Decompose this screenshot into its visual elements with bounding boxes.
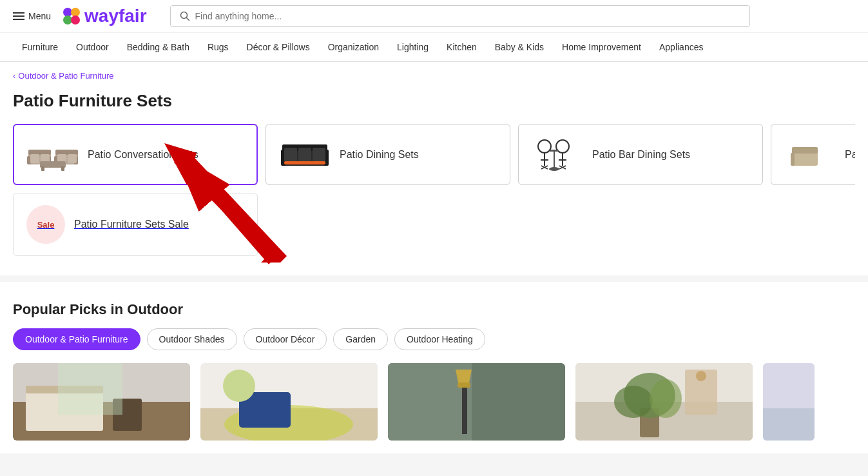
filter-outdoor-decor[interactable]: Outdoor Décor — [244, 328, 327, 350]
category-label-partial: Patio — [845, 149, 855, 161]
nav-furniture[interactable]: Furniture — [13, 33, 67, 61]
svg-rect-20 — [61, 166, 64, 171]
sale-card[interactable]: Sale Patio Furniture Sets Sale — [13, 193, 258, 256]
category-card-partial[interactable]: Patio — [771, 124, 855, 185]
category-card-bar-dining[interactable]: Patio Bar Dining Sets — [518, 124, 763, 185]
breadcrumb-section: ‹ Outdoor & Patio Furniture — [0, 62, 868, 81]
logo[interactable]: wayfair — [61, 6, 147, 26]
svg-rect-14 — [30, 154, 39, 163]
filter-outdoor-patio[interactable]: Outdoor & Patio Furniture — [13, 328, 140, 350]
search-input[interactable] — [195, 11, 740, 21]
search-icon — [180, 11, 190, 21]
main-nav: Furniture Outdoor Bedding & Bath Rugs Dé… — [0, 32, 868, 61]
svg-rect-44 — [791, 153, 795, 166]
svg-point-41 — [549, 167, 559, 171]
category-cards: Patio Conversation Sets Patio Dining — [13, 124, 855, 185]
product-img-visual-3 — [388, 363, 565, 441]
product-img-visual-1 — [13, 363, 190, 441]
filter-outdoor-heating[interactable]: Outdoor Heating — [394, 328, 485, 350]
dining-set-image — [279, 137, 331, 172]
svg-point-3 — [71, 15, 80, 25]
logo-icon — [61, 6, 82, 26]
svg-point-59 — [223, 370, 255, 402]
nav-decor-pillows[interactable]: Décor & Pillows — [238, 33, 319, 61]
svg-rect-64 — [458, 382, 470, 388]
product-card-1[interactable] — [13, 363, 190, 441]
nav-appliances[interactable]: Appliances — [650, 33, 713, 61]
breadcrumb-link[interactable]: ‹ Outdoor & Patio Furniture — [13, 71, 855, 81]
popular-title: Popular Picks in Outdoor — [13, 301, 855, 318]
category-label-conversation: Patio Conversation Sets — [88, 149, 198, 161]
logo-text: wayfair — [84, 6, 147, 26]
filter-outdoor-shades[interactable]: Outdoor Shades — [147, 328, 237, 350]
nav-bedding-bath[interactable]: Bedding & Bath — [118, 33, 198, 61]
category-img-conversation — [27, 137, 79, 172]
sale-label: Patio Furniture Sets Sale — [74, 219, 189, 230]
svg-rect-25 — [284, 148, 297, 162]
product-card-3[interactable] — [388, 363, 565, 441]
menu-label: Menu — [28, 11, 51, 21]
filter-garden[interactable]: Garden — [333, 328, 388, 350]
product-card-5-partial[interactable] — [763, 363, 815, 441]
menu-button[interactable]: Menu — [13, 11, 51, 21]
svg-rect-54 — [58, 363, 122, 415]
product-visual-5 — [763, 363, 815, 441]
category-img-partial — [784, 137, 836, 172]
product-visual-4 — [575, 363, 753, 441]
category-label-bar-dining: Patio Bar Dining Sets — [592, 149, 690, 161]
svg-point-2 — [63, 15, 72, 25]
svg-rect-39 — [550, 150, 559, 152]
category-card-dining[interactable]: Patio Dining Sets — [265, 124, 510, 185]
svg-rect-19 — [41, 166, 44, 171]
category-label-dining: Patio Dining Sets — [340, 149, 419, 161]
nav-organization[interactable]: Organization — [319, 33, 388, 61]
partial-image — [791, 137, 829, 172]
product-image-4 — [575, 363, 753, 441]
breadcrumb-label: Outdoor & Patio Furniture — [18, 71, 113, 81]
product-img-visual-4 — [575, 363, 753, 441]
nav-lighting[interactable]: Lighting — [388, 33, 438, 61]
page-title: Patio Furniture Sets — [13, 91, 855, 111]
main-content: Patio Furniture Sets — [0, 81, 868, 275]
svg-point-0 — [63, 8, 72, 17]
category-img-bar-dining — [532, 137, 583, 172]
product-visual-3 — [388, 363, 565, 441]
product-visual-1 — [13, 363, 190, 441]
product-card-2[interactable] — [200, 363, 378, 441]
nav-kitchen[interactable]: Kitchen — [438, 33, 486, 61]
svg-point-69 — [614, 386, 653, 418]
nav-outdoor[interactable]: Outdoor — [67, 33, 118, 61]
bar-dining-image — [532, 137, 583, 172]
svg-rect-27 — [313, 148, 325, 162]
nav-rugs[interactable]: Rugs — [198, 33, 238, 61]
nav-baby-kids[interactable]: Baby & Kids — [486, 33, 553, 61]
product-image-5-partial — [763, 363, 815, 441]
category-img-dining — [279, 137, 331, 172]
sale-badge: Sale — [26, 205, 65, 244]
product-visual-2 — [200, 363, 378, 441]
svg-rect-28 — [284, 161, 325, 164]
product-image-3 — [388, 363, 565, 441]
category-card-conversation[interactable]: Patio Conversation Sets — [13, 124, 258, 185]
svg-point-1 — [71, 8, 80, 17]
filter-pills: Outdoor & Patio Furniture Outdoor Shades… — [13, 328, 855, 350]
header-top: Menu wayfair — [0, 0, 868, 32]
product-img-visual-2 — [200, 363, 378, 441]
svg-rect-7 — [28, 150, 51, 155]
svg-rect-26 — [298, 148, 311, 162]
svg-point-72 — [696, 371, 706, 381]
svg-rect-43 — [792, 147, 818, 154]
svg-rect-17 — [68, 154, 77, 163]
svg-rect-11 — [55, 150, 78, 155]
hamburger-icon — [13, 12, 24, 20]
conversation-set-image — [27, 137, 79, 172]
product-grid — [13, 363, 855, 441]
svg-line-5 — [186, 18, 189, 21]
breadcrumb-chevron: ‹ — [13, 71, 15, 81]
svg-rect-74 — [763, 408, 815, 441]
nav-home-improvement[interactable]: Home Improvement — [553, 33, 650, 61]
product-card-4[interactable] — [575, 363, 753, 441]
popular-section: Popular Picks in Outdoor Outdoor & Patio… — [0, 282, 868, 453]
product-image-1 — [13, 363, 190, 441]
product-image-2 — [200, 363, 378, 441]
